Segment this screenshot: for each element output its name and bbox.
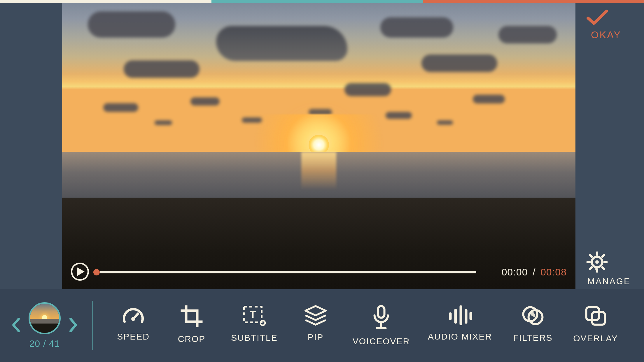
tool-strip[interactable]: SPEED CROP T SUBTITLE PIP VOICEOVER bbox=[104, 305, 644, 346]
total-time: 00:08 bbox=[540, 266, 567, 277]
tool-filters-label: FILTERS bbox=[513, 333, 552, 343]
tool-speed[interactable]: SPEED bbox=[104, 305, 162, 342]
manage-button[interactable]: MANAGE bbox=[586, 251, 632, 286]
tool-crop[interactable]: CROP bbox=[162, 305, 221, 344]
next-clip-button[interactable] bbox=[69, 318, 78, 333]
clip-current: 20 bbox=[29, 338, 41, 349]
tool-pip[interactable]: PIP bbox=[288, 305, 343, 342]
preview-scene bbox=[62, 3, 575, 289]
prev-clip-button[interactable] bbox=[12, 318, 20, 333]
subtitle-icon: T bbox=[242, 305, 266, 326]
okay-button[interactable]: OKAY bbox=[586, 9, 626, 41]
toolbar-divider bbox=[92, 301, 93, 350]
tool-overlay-label: OVERLAY bbox=[573, 333, 618, 343]
tool-voiceover[interactable]: VOICEOVER bbox=[343, 305, 419, 346]
tool-pip-label: PIP bbox=[308, 332, 323, 342]
gear-icon bbox=[586, 251, 632, 273]
time-separator: / bbox=[533, 266, 536, 277]
play-icon bbox=[77, 267, 85, 276]
manage-label: MANAGE bbox=[586, 276, 632, 286]
top-progress-bar bbox=[0, 0, 644, 3]
tool-audio-mixer[interactable]: AUDIO MIXER bbox=[419, 305, 501, 342]
svg-point-6 bbox=[260, 321, 265, 325]
tool-filters[interactable]: FILTERS bbox=[501, 305, 565, 343]
overlay-icon bbox=[584, 305, 607, 327]
seek-thumb[interactable] bbox=[93, 269, 100, 275]
chevron-left-icon bbox=[12, 318, 20, 332]
audio-mixer-icon bbox=[447, 305, 473, 325]
microphone-icon bbox=[372, 305, 391, 330]
filters-icon bbox=[522, 305, 544, 326]
time-display: 00:00 / 00:08 bbox=[501, 266, 567, 278]
svg-rect-7 bbox=[378, 306, 384, 318]
tool-subtitle[interactable]: T SUBTITLE bbox=[221, 305, 288, 343]
clip-total: 41 bbox=[49, 338, 60, 349]
clip-navigator: 20 / 41 bbox=[0, 302, 78, 349]
svg-line-3 bbox=[133, 314, 138, 319]
svg-text:T: T bbox=[250, 309, 256, 320]
tool-overlay[interactable]: OVERLAY bbox=[565, 305, 626, 343]
seek-track bbox=[99, 271, 476, 273]
tool-subtitle-label: SUBTITLE bbox=[231, 333, 277, 343]
current-time: 00:00 bbox=[501, 266, 528, 277]
pip-icon bbox=[304, 305, 328, 326]
bottom-toolbar: 20 / 41 SPEED CROP T SUBTITLE bbox=[0, 289, 644, 362]
okay-label: OKAY bbox=[586, 29, 626, 41]
clip-separator: / bbox=[40, 338, 49, 349]
clip-thumbnail[interactable] bbox=[29, 302, 61, 334]
tool-voiceover-label: VOICEOVER bbox=[353, 336, 410, 346]
tool-crop-label: CROP bbox=[178, 334, 206, 344]
progress-seg-cream bbox=[0, 0, 211, 3]
seek-bar[interactable] bbox=[94, 271, 476, 273]
chevron-right-icon bbox=[69, 318, 78, 332]
tool-audio-mixer-label: AUDIO MIXER bbox=[428, 332, 492, 342]
progress-seg-orange bbox=[423, 0, 644, 3]
clip-thumb-wrap: 20 / 41 bbox=[29, 302, 61, 349]
play-button[interactable] bbox=[71, 263, 89, 281]
tool-speed-label: SPEED bbox=[117, 332, 150, 342]
clip-counter: 20 / 41 bbox=[29, 338, 60, 349]
svg-point-1 bbox=[595, 260, 599, 264]
progress-seg-teal bbox=[211, 0, 423, 3]
speed-icon bbox=[122, 305, 145, 325]
crop-icon bbox=[180, 305, 203, 328]
video-preview[interactable]: 00:00 / 00:08 bbox=[62, 3, 575, 289]
check-icon bbox=[586, 9, 626, 26]
